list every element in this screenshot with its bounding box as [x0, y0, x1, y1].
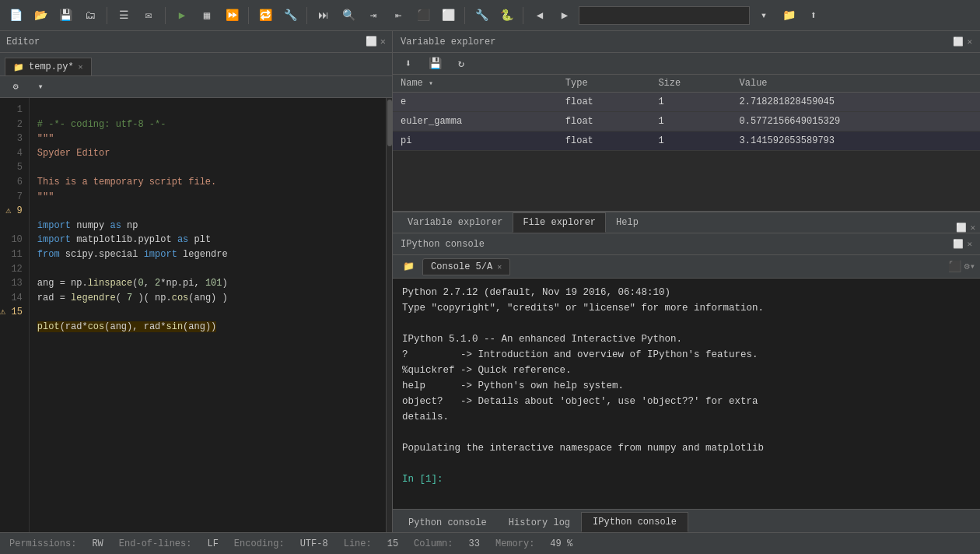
email-btn[interactable]: ✉ [138, 5, 159, 26]
indent-btn[interactable]: ⇥ [362, 5, 384, 26]
tab-python-console[interactable]: Python console [397, 514, 498, 532]
debug-step-btn[interactable]: 🔧 [279, 5, 301, 26]
editor-tab-temp-py[interactable]: 📁 temp.py* ✕ [5, 58, 92, 75]
console-stop-btn[interactable]: ⬛ [948, 260, 961, 273]
var-size-euler: 1 [650, 112, 731, 131]
editor-content: 1 2 3 4 5 6 7 ⚠ 9 10 11 12 13 14 ⚠ 15 # … [0, 98, 392, 532]
var-import-btn[interactable]: ⬇ [397, 53, 419, 75]
editor-options-btn[interactable]: ▾ [30, 76, 51, 98]
sep6 [523, 7, 523, 24]
maximize-btn[interactable]: ⬛ [412, 5, 434, 26]
save-file-btn[interactable]: 💾 [54, 5, 76, 26]
var-type-e: float [558, 93, 651, 112]
var-type-pi: float [558, 131, 651, 151]
unindent-btn[interactable]: ⇤ [387, 5, 409, 26]
console-tab-close[interactable]: ✕ [497, 262, 502, 272]
nav-up-btn[interactable]: ⬆ [803, 5, 824, 26]
eol-value: LF [207, 538, 218, 549]
inspect-btn[interactable]: 🔍 [338, 5, 359, 26]
col-name[interactable]: Name ▾ [393, 75, 558, 93]
tab-help[interactable]: Help [606, 212, 649, 233]
debug-btn[interactable]: 🔁 [254, 5, 276, 26]
sep3 [248, 7, 249, 24]
bottom-console-tabs: Python console History log IPython conso… [393, 509, 980, 532]
run-cell-advance-btn[interactable]: ⏩ [221, 5, 243, 26]
editor-header: Editor ⬜ ✕ [0, 31, 392, 53]
encoding-value: UTF-8 [300, 538, 328, 549]
var-toolbar: ⬇ 💾 ↻ [393, 53, 980, 75]
var-row-e[interactable]: e float 1 2.718281828459045 [393, 93, 980, 112]
var-save-btn[interactable]: 💾 [424, 53, 446, 75]
col-size[interactable]: Size [650, 75, 731, 93]
editor-close-btn[interactable]: ✕ [380, 36, 386, 47]
var-close-btn[interactable]: ✕ [967, 37, 972, 47]
col-label: Column: [414, 538, 453, 549]
mem-label: Memory: [495, 538, 534, 549]
var-value-e: 2.718281828459045 [732, 93, 980, 112]
connect-btn[interactable]: ⏭ [313, 5, 334, 26]
var-size-e: 1 [650, 93, 731, 112]
console-tab-label: Console 5/A [431, 261, 492, 272]
editor-tab-label: temp.py* [29, 61, 74, 72]
editor-settings-btn[interactable]: ⚙ [5, 76, 26, 98]
preferences-btn[interactable]: 🔧 [471, 5, 492, 26]
tab-variable-explorer[interactable]: Variable explorer [397, 212, 513, 233]
main-area: Editor ⬜ ✕ 📁 temp.py* ✕ ⚙ ▾ 1 2 3 4 5 [0, 31, 980, 532]
col-type[interactable]: Type [558, 75, 651, 93]
path-input[interactable]: /home/matt [579, 6, 750, 25]
tab-file-explorer[interactable]: File explorer [513, 212, 606, 233]
var-explorer-title: Variable explorer [401, 37, 495, 47]
var-row-pi[interactable]: pi float 1 3.141592653589793 [393, 131, 980, 151]
var-explorer-header: Variable explorer ⬜ ✕ [393, 31, 980, 53]
sep1 [107, 7, 107, 24]
var-row-euler[interactable]: euler_gamma float 1 0.5772156649015329 [393, 112, 980, 131]
tab-close-btn[interactable]: ✕ [79, 62, 83, 72]
console-output: Python 2.7.12 (default, Nov 19 2016, 06:… [393, 279, 980, 509]
console-float-btn[interactable]: ⬜ [953, 239, 964, 249]
console-close-btn[interactable]: ✕ [967, 239, 972, 249]
python-path-btn[interactable]: 🐍 [495, 5, 517, 26]
path-dropdown-btn[interactable]: ▾ [753, 5, 775, 26]
col-value: 33 [469, 538, 480, 549]
sep4 [306, 7, 307, 24]
permissions-label: Permissions: [9, 538, 76, 549]
run-btn[interactable]: ▶ [171, 5, 193, 26]
back-btn[interactable]: ◀ [529, 5, 551, 26]
permissions-value: RW [92, 538, 103, 549]
editor-toolbar: ⚙ ▾ [0, 76, 392, 98]
browse-btn[interactable]: 📁 [778, 5, 800, 26]
maximize2-btn[interactable]: ⬜ [437, 5, 459, 26]
tab-history-log[interactable]: History log [498, 514, 581, 532]
right-panel: Variable explorer ⬜ ✕ ⬇ 💾 ↻ Name ▾ Type [393, 31, 980, 532]
var-name-e: e [393, 93, 558, 112]
line-label: Line: [344, 538, 372, 549]
line-numbers: 1 2 3 4 5 6 7 ⚠ 9 10 11 12 13 14 ⚠ 15 [0, 98, 30, 532]
explorer-close-btn[interactable]: ✕ [970, 223, 975, 233]
main-toolbar: 📄 📂 💾 🗂 ☰ ✉ ▶ ▦ ⏩ 🔁 🔧 ⏭ 🔍 ⇥ ⇤ ⬛ ⬜ 🔧 🐍 ◀ … [0, 0, 980, 31]
run-cell-btn[interactable]: ▦ [196, 5, 218, 26]
editor-scrollbar[interactable] [386, 98, 392, 532]
eol-label: End-of-lines: [119, 538, 192, 549]
tab-folder-icon: 📁 [13, 62, 24, 72]
editor-title: Editor [6, 37, 40, 47]
explorer-float-btn[interactable]: ⬜ [956, 223, 967, 233]
code-area[interactable]: # -*- coding: utf-8 -*- """ Spyder Edito… [30, 98, 392, 532]
outline-btn[interactable]: ☰ [113, 5, 135, 26]
console-settings-btn[interactable]: ⚙▾ [964, 261, 975, 272]
tab-ipython-console[interactable]: IPython console [581, 512, 688, 532]
new-file-btn[interactable]: 📄 [5, 5, 26, 26]
console-new-btn[interactable]: 📁 [397, 256, 419, 278]
console-tabs-bar: 📁 Console 5/A ✕ ⬛ ⚙▾ [393, 255, 980, 279]
var-refresh-btn[interactable]: ↻ [450, 53, 472, 75]
open-file-btn[interactable]: 📂 [30, 5, 51, 26]
variable-explorer-panel: Variable explorer ⬜ ✕ ⬇ 💾 ↻ Name ▾ Type [393, 31, 980, 212]
save-all-btn[interactable]: 🗂 [79, 5, 101, 26]
var-float-btn[interactable]: ⬜ [953, 37, 964, 47]
forward-btn[interactable]: ▶ [554, 5, 576, 26]
var-size-pi: 1 [650, 131, 731, 151]
col-value[interactable]: Value [732, 75, 980, 93]
console-tab-5a[interactable]: Console 5/A ✕ [422, 258, 510, 275]
line-value: 15 [387, 538, 398, 549]
console-title: IPython console [401, 239, 485, 250]
editor-float-btn[interactable]: ⬜ [366, 36, 377, 47]
